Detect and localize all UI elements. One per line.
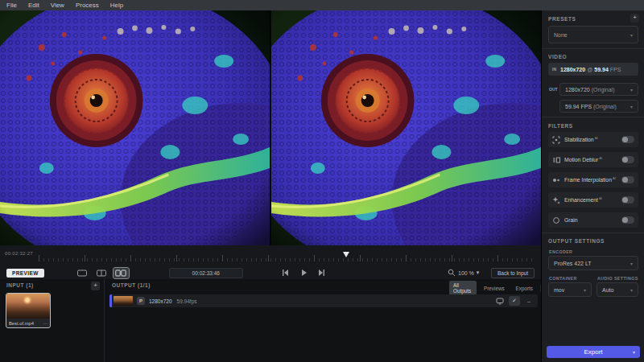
output-panel: OUTPUT (1/1) All OutputsPreviewsExports↑… — [105, 279, 541, 362]
filter-enhancement[interactable]: EnhancementAI — [548, 192, 638, 208]
audio-select[interactable]: Auto ▾ — [597, 282, 638, 297]
preview-pane-original[interactable] — [0, 10, 270, 245]
filter-label: Grain — [564, 217, 578, 223]
output-tabs: All OutputsPreviewsExports↑ — [449, 281, 546, 295]
timeline-strip: 00:02:32:27 PREVIEW 00:02:33:46 100 % ▾ … — [0, 245, 541, 279]
output-row-accent — [109, 294, 112, 307]
chevron-down-icon: ▾ — [630, 104, 633, 109]
settings-sidebar: PRESETS + None ▾ VIDEO IN 1280x720 @ 59.… — [541, 10, 644, 362]
view-single-button[interactable] — [75, 268, 90, 278]
out-fps-value: 59.94 FPS — [565, 104, 592, 109]
filter-label: StabilizationAI — [564, 136, 598, 142]
in-fps-unit: FPS — [610, 67, 621, 72]
encoder-value: ProRes 422 LT — [554, 261, 592, 266]
filter-label: Frame InterpolationAI — [564, 176, 616, 183]
preview-pane-processed[interactable] — [271, 10, 541, 245]
fullscreen-icon[interactable] — [494, 296, 506, 306]
menu-bar: FileEditViewProcessHelp — [0, 0, 644, 10]
add-input-button[interactable]: + — [91, 282, 100, 290]
output-resolution-select[interactable]: 1280x720 (Original) ▾ — [559, 83, 638, 96]
output-fps-select[interactable]: 59.94 FPS (Original) ▾ — [559, 100, 638, 113]
add-preset-button[interactable]: + — [630, 14, 639, 23]
menu-edit[interactable]: Edit — [28, 2, 39, 9]
container-label: CONTAINER — [549, 276, 577, 281]
app-window: FileEditViewProcessHelp Topaz Video AI v… — [0, 0, 644, 362]
remove-output-button[interactable]: – — [523, 296, 535, 306]
output-settings-title: OUTPUT SETTINGS — [548, 238, 605, 244]
chevron-down-icon: ▾ — [630, 287, 633, 293]
chevron-down-icon: ▾ — [477, 269, 480, 276]
zoom-value: 100 % — [458, 270, 474, 276]
back-to-input-button[interactable]: Back to Input — [491, 268, 535, 278]
frame-interpolation-toggle[interactable] — [621, 176, 634, 183]
input-thumbnail-image — [6, 294, 50, 319]
in-tag: IN — [552, 67, 556, 72]
transport-controls — [280, 268, 327, 278]
filter-motion-deblur[interactable]: Motion DeblurAI — [548, 152, 638, 167]
next-frame-button[interactable] — [317, 268, 327, 278]
preview-badge: P — [137, 297, 145, 305]
filter-grain[interactable]: Grain — [548, 212, 638, 228]
chevron-down-icon: ▾ — [584, 287, 586, 293]
view-split-button[interactable] — [94, 268, 109, 278]
menu-process[interactable]: Process — [76, 2, 99, 9]
in-separator: @ — [587, 67, 592, 72]
stabilization-icon — [552, 136, 560, 144]
encoder-label: ENCODER — [549, 249, 572, 254]
preview-button[interactable]: PREVIEW — [6, 269, 44, 278]
video-in-info[interactable]: IN 1280x720 @ 59.94 FPS — [548, 63, 638, 76]
timeline-start-timecode: 00:02:32:27 — [5, 251, 33, 256]
preset-select[interactable]: None ▾ — [548, 26, 638, 43]
grain-icon — [552, 216, 560, 224]
grain-toggle[interactable] — [621, 216, 634, 224]
preview-area — [0, 10, 541, 245]
input-panel-title: INPUT (1) — [6, 282, 34, 288]
video-section-title: VIDEO — [548, 54, 567, 60]
view-mode-group — [75, 268, 129, 278]
encoder-select[interactable]: ProRes 422 LT ▾ — [548, 256, 638, 270]
view-side-by-side-button[interactable] — [114, 268, 129, 278]
output-panel-title: OUTPUT (1/1) — [112, 282, 151, 288]
chevron-down-icon: ▾ — [630, 261, 633, 266]
tab-all-outputs[interactable]: All Outputs — [449, 281, 477, 295]
output-row[interactable]: P 1280x720 59.94fps ✓ – — [109, 294, 538, 307]
motion-deblur-icon — [552, 156, 560, 164]
menu-help[interactable]: Help — [110, 2, 123, 9]
playhead-marker[interactable] — [343, 252, 349, 257]
tab-previews[interactable]: Previews — [480, 284, 509, 293]
zoom-control[interactable]: 100 % ▾ — [448, 269, 479, 278]
filter-label: EnhancementAI — [564, 196, 602, 203]
enhancement-toggle[interactable] — [621, 196, 634, 204]
filter-frame-interpolation[interactable]: Frame InterpolationAI — [548, 172, 638, 187]
export-label: Export — [584, 348, 602, 356]
filter-stabilization[interactable]: StabilizationAI — [548, 132, 638, 147]
more-options-icon[interactable]: ⋯ — [43, 320, 47, 326]
chevron-down-icon: ▾ — [633, 349, 635, 355]
out-resolution-suffix: (Original) — [592, 87, 615, 93]
current-timecode-field[interactable]: 00:02:33:46 — [169, 268, 243, 278]
menu-file[interactable]: File — [6, 2, 17, 9]
container-value: mov — [554, 287, 564, 293]
in-fps: 59.94 — [594, 67, 609, 72]
play-button[interactable] — [299, 268, 308, 278]
menu-view[interactable]: View — [51, 2, 64, 9]
presets-section-title: PRESETS — [548, 16, 576, 22]
previous-frame-button[interactable] — [280, 268, 290, 278]
enhancement-icon — [552, 196, 560, 204]
audio-value: Auto — [602, 287, 613, 293]
export-button[interactable]: Export ▾ — [547, 346, 640, 358]
tab-exports[interactable]: Exports — [512, 284, 537, 293]
input-panel: INPUT (1) + Best.of.mp4 ⋯ — [0, 279, 105, 362]
in-resolution: 1280x720 — [560, 67, 585, 72]
container-select[interactable]: mov ▾ — [548, 282, 592, 297]
input-file-name: Best.of.mp4 — [9, 321, 34, 326]
timeline-ruler[interactable] — [39, 255, 535, 261]
bottom-panels: INPUT (1) + Best.of.mp4 ⋯ OUTPUT (1/1) A… — [0, 279, 541, 362]
stabilization-toggle[interactable] — [621, 136, 634, 143]
motion-deblur-toggle[interactable] — [621, 156, 634, 163]
chevron-down-icon: ▾ — [630, 32, 633, 38]
select-output-check-icon[interactable]: ✓ — [509, 296, 520, 306]
input-clip-thumbnail[interactable]: Best.of.mp4 ⋯ — [6, 294, 50, 327]
out-tag: OUT — [549, 87, 558, 92]
frame-interpolation-icon — [552, 176, 560, 184]
